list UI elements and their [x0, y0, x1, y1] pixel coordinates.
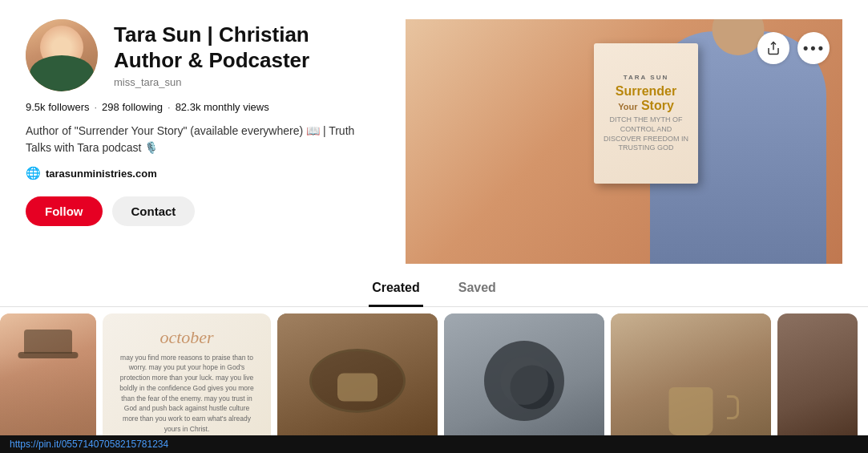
followers-count[interactable]: 9.5k followers — [26, 101, 89, 113]
username: miss_tara_sun — [114, 76, 373, 88]
dot-separator-1: · — [94, 101, 97, 113]
top-icons: ••• — [757, 32, 830, 64]
book-cover: TARA SUN Surrender Your Story DITCH THE … — [594, 43, 698, 184]
book-author: TARA SUN — [624, 74, 668, 81]
contact-button[interactable]: Contact — [112, 196, 196, 226]
globe-icon: 🌐 — [26, 166, 41, 180]
url-bar: https://pin.it/05571407058215781234 — [0, 435, 868, 453]
avatar — [26, 19, 98, 91]
share-icon — [766, 41, 781, 55]
url-text: https://pin.it/05571407058215781234 — [10, 439, 168, 450]
pins-grid: october may you find more reasons to pra… — [0, 307, 868, 447]
more-icon: ••• — [803, 40, 824, 57]
profile-name: Tara Sun | Christian Author & Podcaster — [114, 22, 373, 72]
pin-card[interactable] — [777, 313, 858, 447]
share-button[interactable] — [757, 32, 789, 64]
more-button[interactable]: ••• — [797, 32, 830, 64]
book-subtitle: DITCH THE MYTH OF CONTROL AND DISCOVER F… — [600, 115, 692, 153]
tabs-section: Created Saved — [0, 270, 868, 307]
following-count[interactable]: 298 following — [102, 101, 163, 113]
tab-created[interactable]: Created — [369, 271, 423, 307]
hero-image: TARA SUN Surrender Your Story DITCH THE … — [406, 19, 842, 264]
actions-row: Follow Contact — [26, 196, 373, 226]
website-row: 🌐 tarasunministries.com — [26, 166, 373, 180]
pin-card[interactable] — [444, 313, 604, 447]
bio-text: Author of "Surrender Your Story" (availa… — [26, 123, 373, 156]
profile-name-block: Tara Sun | Christian Author & Podcaster … — [114, 22, 373, 87]
website-link[interactable]: tarasunministries.com — [46, 168, 157, 180]
follow-button[interactable]: Follow — [26, 196, 103, 226]
monthly-views: 82.3k monthly views — [176, 101, 269, 113]
profile-header: Tara Sun | Christian Author & Podcaster … — [26, 19, 373, 91]
october-card-text: october may you find more reasons to pra… — [103, 314, 271, 447]
pin-card[interactable] — [0, 313, 96, 447]
october-month: october — [115, 327, 258, 348]
stats-row: 9.5k followers · 298 following · 82.3k m… — [26, 101, 373, 113]
tab-saved[interactable]: Saved — [455, 271, 499, 307]
dot-separator-2: · — [168, 101, 171, 113]
october-verse: may you find more reasons to praise than… — [115, 353, 258, 435]
pin-card[interactable] — [277, 313, 438, 447]
pin-card[interactable] — [611, 313, 771, 447]
profile-left: Tara Sun | Christian Author & Podcaster … — [26, 19, 406, 264]
profile-section: Tara Sun | Christian Author & Podcaster … — [0, 0, 868, 264]
pin-card[interactable]: october may you find more reasons to pra… — [103, 313, 271, 447]
book-title: Surrender Your Story — [616, 84, 676, 112]
